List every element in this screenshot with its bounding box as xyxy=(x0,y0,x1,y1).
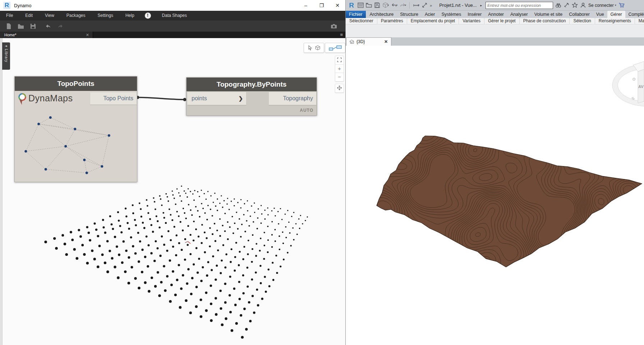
ribbon-panel-selection[interactable]: Sélection xyxy=(570,18,595,24)
viewcube-front-label: AV xyxy=(638,84,644,89)
close-button[interactable]: ✕ xyxy=(330,0,345,10)
geometry-view-toggle[interactable] xyxy=(304,43,324,53)
open-file-icon[interactable] xyxy=(17,23,24,30)
undo-group[interactable]: ▾ xyxy=(391,2,397,8)
graph-view-toggle-active[interactable] xyxy=(325,43,345,53)
workspace-menu-icon[interactable]: ≡ xyxy=(340,33,343,37)
menu-item-file[interactable]: File xyxy=(0,11,19,20)
port-out-topography[interactable]: Topography xyxy=(269,92,316,105)
ribbon-panel-gerer-le-projet[interactable]: Gérer le projet xyxy=(484,18,520,24)
revit-app-icon[interactable]: R xyxy=(348,1,355,9)
zoom-out-button[interactable]: − xyxy=(335,73,344,82)
revit-ribbon-tabs: FichierArchitectureStructureAcierSystème… xyxy=(346,11,644,18)
undo-icon[interactable] xyxy=(45,23,52,30)
title-expand-icon[interactable]: ▸ xyxy=(480,4,482,7)
dropdown-caret-icon[interactable]: ▾ xyxy=(405,4,406,7)
measure-group[interactable]: ▾ xyxy=(413,2,419,8)
search-input[interactable] xyxy=(486,2,553,9)
menu-item-data-shapes[interactable]: Data Shapes xyxy=(156,11,193,20)
view-tab-close-icon[interactable]: ✕ xyxy=(384,39,388,44)
ribbon-tab-acier[interactable]: Acier xyxy=(422,11,438,18)
ribbon-tab-analyser[interactable]: Analyser xyxy=(507,11,531,18)
port-chevron-icon[interactable]: ❯ xyxy=(238,92,243,105)
ribbon-panel-renseignements[interactable]: Renseignements xyxy=(595,18,635,24)
revit-window: R ▾ ▾ ▾ ▾ » Projet1.rvt - Vue xyxy=(346,0,644,345)
tab-close-icon[interactable]: ✕ xyxy=(86,33,89,37)
open-folder-icon[interactable] xyxy=(366,2,372,8)
zoom-in-button[interactable]: + xyxy=(335,64,344,73)
properties-window-icon[interactable] xyxy=(358,2,364,8)
maximize-button[interactable]: ❐ xyxy=(314,0,330,10)
node-topopoints-header[interactable]: TopoPoints xyxy=(15,77,137,91)
zoom-fit-button[interactable] xyxy=(335,56,344,65)
app-store-cart-icon[interactable] xyxy=(618,2,625,8)
dropdown-caret-icon[interactable]: ▾ xyxy=(615,4,616,7)
revit-quick-access-toolbar: R ▾ ▾ ▾ ▾ » Projet1.rvt - Vue xyxy=(346,0,644,11)
favorites-star-icon[interactable] xyxy=(572,2,578,8)
ribbon-tab-annoter[interactable]: Annoter xyxy=(485,11,507,18)
user-person-icon[interactable] xyxy=(580,2,586,8)
screenshot-stage: R Dynamo – ❐ ✕ FileEditViewPackagesSetti… xyxy=(0,0,644,345)
dropdown-caret-icon[interactable]: ▾ xyxy=(396,4,397,7)
port-in-points[interactable]: points ❯ xyxy=(187,92,246,105)
ribbon-tab-complem[interactable]: Complém xyxy=(625,11,644,18)
view-tab-3d[interactable]: {3D} ✕ xyxy=(346,37,391,46)
minimize-button[interactable]: – xyxy=(298,0,314,10)
notifications-alert-icon[interactable]: ! xyxy=(145,13,151,19)
new-file-icon[interactable] xyxy=(5,23,12,30)
menu-item-view[interactable]: View xyxy=(39,11,60,20)
search-binoculars-icon[interactable] xyxy=(555,2,561,8)
node-graph-preview xyxy=(18,107,135,179)
viewcube[interactable]: O S AV xyxy=(612,60,644,114)
save-icon[interactable] xyxy=(374,2,380,8)
ribbon-panel-parametres[interactable]: Paramètres xyxy=(377,18,407,24)
ribbon-tab-collaborer[interactable]: Collaborer xyxy=(566,11,593,18)
dynamaps-pin-logo-icon xyxy=(17,92,28,106)
pan-button[interactable] xyxy=(335,84,344,93)
ribbon-panel-selectionner[interactable]: Sélectionner xyxy=(346,18,377,24)
save-icon[interactable] xyxy=(29,23,37,30)
node-topography-header[interactable]: Topography.ByPoints xyxy=(187,78,317,91)
sync-box-group[interactable]: ▾ xyxy=(382,2,389,8)
ribbon-tab-structure[interactable]: Structure xyxy=(397,11,422,18)
aligned-dimension-icon[interactable] xyxy=(422,2,428,8)
ribbon-tab-fichier[interactable]: Fichier xyxy=(346,11,366,18)
redo-icon[interactable] xyxy=(57,23,64,30)
dynamo-titlebar[interactable]: R Dynamo – ❐ ✕ xyxy=(0,0,345,11)
lacing-indicator[interactable]: AUTO xyxy=(187,106,317,115)
tab-home[interactable]: Home* ✕ xyxy=(0,32,93,38)
cube-icon xyxy=(315,45,321,51)
ribbon-tab-vue[interactable]: Vue xyxy=(593,11,607,18)
port-out-topo-points[interactable]: Topo Points xyxy=(90,92,137,105)
origin-axis-marker xyxy=(185,242,190,244)
ribbon-tab-architecture[interactable]: Architecture xyxy=(367,11,397,18)
menu-item-settings[interactable]: Settings xyxy=(92,11,119,20)
ribbon-tab-inserer[interactable]: Insérer xyxy=(464,11,485,18)
revit-3d-viewport[interactable]: O S AV xyxy=(346,46,644,345)
topography-surface[interactable] xyxy=(346,46,644,345)
tab-home-label: Home* xyxy=(4,33,17,37)
ribbon-tab-gerer[interactable]: Gérer xyxy=(607,11,625,18)
fit-view-icon xyxy=(337,58,342,62)
ribbon-panel-variantes[interactable]: Variantes xyxy=(459,18,484,24)
ribbon-panel-phase-de-construction[interactable]: Phase de construction xyxy=(520,18,570,24)
menu-item-packages[interactable]: Packages xyxy=(60,11,92,20)
port-in-points-label: points xyxy=(192,95,207,101)
menu-item-help[interactable]: Help xyxy=(119,11,141,20)
dropdown-caret-icon[interactable]: ▾ xyxy=(418,4,419,7)
customize-qat-icon[interactable]: » xyxy=(430,3,432,8)
dropdown-caret-icon[interactable]: ▾ xyxy=(387,4,389,7)
dynamo-menu-list: FileEditViewPackagesSettingsHelp xyxy=(0,11,141,20)
ribbon-tab-systemes[interactable]: Systèmes xyxy=(438,11,464,18)
menu-item-edit[interactable]: Edit xyxy=(19,11,39,20)
sign-in-label[interactable]: Se connecter xyxy=(588,3,614,8)
ribbon-panel-macros[interactable]: Macros xyxy=(635,18,644,24)
redo-group[interactable]: ▾ xyxy=(400,2,406,8)
node-topopoints[interactable]: TopoPoints DynaMaps Topo Points xyxy=(14,76,137,182)
node-wire[interactable] xyxy=(138,97,185,100)
ribbon-tab-volume-et-site[interactable]: Volume et site xyxy=(531,11,566,18)
ribbon-panel-emplacement-du-projet[interactable]: Emplacement du projet xyxy=(407,18,459,24)
communication-center-icon[interactable] xyxy=(564,2,570,8)
node-topography-bypoints[interactable]: Topography.ByPoints points ❯ Topography … xyxy=(186,77,317,116)
export-image-camera-icon[interactable] xyxy=(330,23,337,30)
